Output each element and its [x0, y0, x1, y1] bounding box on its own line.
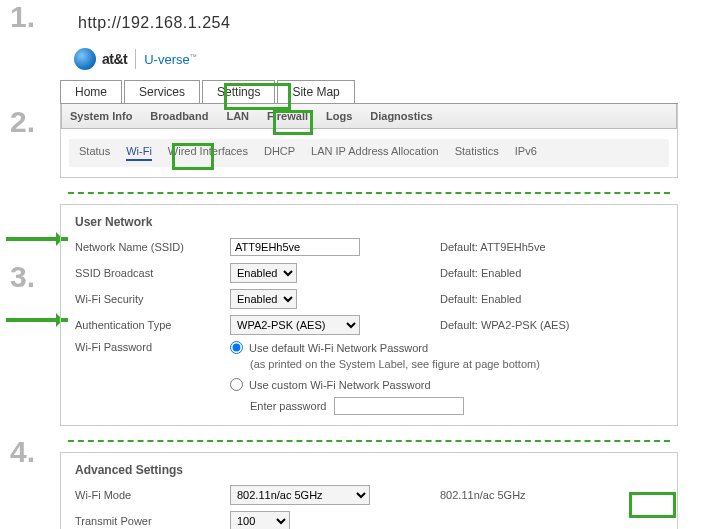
tab-home[interactable]: Home	[60, 80, 122, 103]
user-network-title: User Network	[75, 215, 663, 229]
brand-uverse: U-verse™	[144, 52, 197, 67]
lan-wifi[interactable]: Wi-Fi	[126, 145, 152, 161]
power-label: Transmit Power	[75, 515, 230, 527]
pw-default-text: Use default Wi-Fi Network Password	[249, 342, 428, 354]
security-default: Default: Enabled	[440, 293, 521, 305]
pw-enter-input[interactable]	[334, 397, 464, 415]
step-2-marker: 2.	[10, 105, 35, 139]
subnav-firewall[interactable]: Firewall	[267, 110, 308, 122]
pw-custom-radio[interactable]	[230, 378, 243, 391]
auth-select[interactable]: WPA2-PSK (AES)	[230, 315, 360, 335]
lan-ip-alloc[interactable]: LAN IP Address Allocation	[311, 145, 439, 161]
advanced-title: Advanced Settings	[75, 463, 663, 477]
subnav-system-info[interactable]: System Info	[70, 110, 132, 122]
auth-label: Authentication Type	[75, 319, 230, 331]
lan-status[interactable]: Status	[79, 145, 110, 161]
step-1-marker: 1.	[10, 0, 35, 34]
brand-logo: at&t U-verse™	[74, 46, 678, 72]
mode-label: Wi-Fi Mode	[75, 489, 230, 501]
mode-right: 802.11n/ac 5GHz	[440, 489, 526, 501]
brand-att: at&t	[102, 51, 127, 67]
brand-divider	[135, 49, 136, 69]
att-globe-icon	[74, 48, 96, 70]
subnav-broadband[interactable]: Broadband	[150, 110, 208, 122]
password-label: Wi-Fi Password	[75, 341, 230, 353]
subnav-diagnostics[interactable]: Diagnostics	[370, 110, 432, 122]
arrow-ssid	[6, 237, 68, 241]
security-label: Wi-Fi Security	[75, 293, 230, 305]
pw-default-radio[interactable]	[230, 341, 243, 354]
tab-settings[interactable]: Settings	[202, 80, 275, 103]
lan-ipv6[interactable]: IPv6	[515, 145, 537, 161]
ssid-input[interactable]	[230, 238, 360, 256]
tab-sitemap[interactable]: Site Map	[277, 80, 354, 103]
divider-1	[68, 192, 670, 194]
ssid-default: Default: ATT9EHh5ve	[440, 241, 546, 253]
pw-enter-label: Enter password	[250, 400, 326, 412]
lan-subnav: Status Wi-Fi Wired Interfaces DHCP LAN I…	[69, 139, 669, 167]
step-3-marker: 3.	[10, 260, 35, 294]
arrow-password	[6, 318, 68, 322]
broadcast-label: SSID Broadcast	[75, 267, 230, 279]
tab-services[interactable]: Services	[124, 80, 200, 103]
lan-stats[interactable]: Statistics	[455, 145, 499, 161]
subnav-lan[interactable]: LAN	[226, 110, 249, 122]
subnav-logs[interactable]: Logs	[326, 110, 352, 122]
divider-2	[68, 440, 670, 442]
lan-dhcp[interactable]: DHCP	[264, 145, 295, 161]
pw-custom-text: Use custom Wi-Fi Network Password	[249, 379, 431, 391]
pw-hint: (as printed on the System Label, see fig…	[250, 358, 663, 370]
ssid-label: Network Name (SSID)	[75, 241, 230, 253]
security-select[interactable]: Enabled	[230, 289, 297, 309]
step-4-marker: 4.	[10, 435, 35, 469]
broadcast-default: Default: Enabled	[440, 267, 521, 279]
lan-wired[interactable]: Wired Interfaces	[168, 145, 248, 161]
auth-default: Default: WPA2-PSK (AES)	[440, 319, 569, 331]
main-tabs: Home Services Settings Site Map	[60, 80, 678, 104]
advanced-section: Advanced Settings Wi-Fi Mode 802.11n/ac …	[60, 452, 678, 529]
user-network-section: User Network Network Name (SSID) Default…	[60, 204, 678, 426]
power-select[interactable]: 100	[230, 511, 290, 529]
settings-subnav: System Info Broadband LAN Firewall Logs …	[61, 104, 677, 129]
mode-select[interactable]: 802.11n/ac 5GHz	[230, 485, 370, 505]
address-bar-url: http://192.168.1.254	[78, 14, 706, 32]
broadcast-select[interactable]: Enabled	[230, 263, 297, 283]
